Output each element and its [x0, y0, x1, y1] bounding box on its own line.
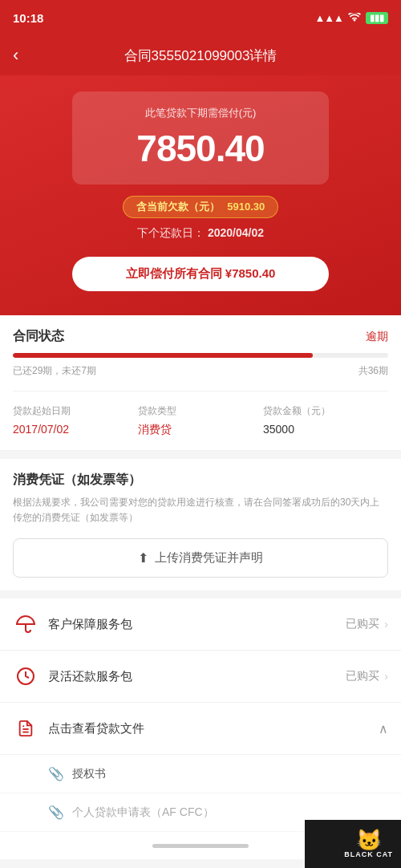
voucher-title: 消费凭证（如发票等）: [13, 472, 388, 489]
paperclip-icon-1: 📎: [48, 766, 64, 781]
loan-start-date-item: 贷款起始日期 2017/07/02: [13, 404, 138, 437]
pay-all-button[interactable]: 立即偿付所有合同 ¥7850.40: [72, 257, 329, 291]
battery-icon: ▮▮▮: [366, 12, 388, 24]
progress-right-label: 共36期: [358, 364, 388, 378]
progress-left-label: 已还29期，未还7期: [13, 364, 96, 378]
docs-label: 点击查看贷款文件: [48, 721, 379, 736]
next-date: 下个还款日： 2020/04/02: [137, 226, 264, 241]
black-cat-watermark: 🐱 BLACK CAT: [305, 820, 401, 868]
loan-type-value: 消费贷: [138, 423, 263, 437]
upload-voucher-button[interactable]: ⬆ 上传消费凭证并声明: [13, 538, 388, 578]
customer-protection-status: 已购买: [346, 617, 379, 631]
amount-value: 7850.40: [104, 127, 297, 170]
watermark-logo: 🐱 BLACK CAT: [344, 829, 393, 858]
docs-section: 点击查看贷款文件 ∧ 📎 授权书 📎 个人贷款申请表（AF CFC）: [0, 703, 401, 832]
divider-2: [0, 590, 401, 598]
doc-item-authorization[interactable]: 📎 授权书: [0, 755, 401, 793]
flexible-repayment-icon: [13, 663, 38, 689]
loan-type-label: 贷款类型: [138, 404, 263, 418]
page-header: ‹ 合同3555021099003详情: [0, 35, 401, 75]
upload-icon: ⬆: [138, 550, 148, 566]
loan-amount-label: 贷款金额（元）: [263, 404, 388, 418]
doc-item-authorization-label: 授权书: [72, 767, 106, 781]
customer-protection-label: 客户保障服务包: [48, 617, 346, 632]
amount-label: 此笔贷款下期需偿付(元): [104, 106, 297, 120]
customer-protection-service-item[interactable]: 客户保障服务包 已购买 ›: [0, 598, 401, 651]
amount-card: 此笔贷款下期需偿付(元) 7850.40: [72, 91, 329, 185]
flexible-repayment-status: 已购买: [346, 669, 379, 683]
wifi-icon: [348, 11, 361, 25]
watermark-text: BLACK CAT: [344, 850, 393, 858]
overdue-value: 5910.30: [227, 201, 265, 213]
status-bar: 10:18 ▲▲▲ ▮▮▮: [0, 0, 401, 35]
loan-type-item: 贷款类型 消费贷: [138, 404, 263, 437]
loan-start-date-value: 2017/07/02: [13, 423, 138, 436]
customer-protection-chevron: ›: [384, 618, 388, 631]
signal-icon: ▲▲▲: [314, 12, 343, 24]
loan-info-row: 贷款起始日期 2017/07/02 贷款类型 消费贷 贷款金额（元） 35000: [0, 391, 401, 451]
voucher-section: 消费凭证（如发票等） 根据法规要求，我公司需要对您的贷款用途进行核查，请在合同签…: [0, 459, 401, 590]
paperclip-icon-2: 📎: [48, 805, 64, 820]
progress-bar-container: [13, 353, 388, 358]
docs-expand-chevron: ∧: [379, 721, 388, 736]
docs-header[interactable]: 点击查看贷款文件 ∧: [0, 703, 401, 755]
contract-status-title: 合同状态: [13, 328, 64, 345]
loan-start-date-label: 贷款起始日期: [13, 404, 138, 418]
status-time: 10:18: [13, 11, 43, 25]
hero-section: 此笔贷款下期需偿付(元) 7850.40 含当前欠款（元） 5910.30 下个…: [0, 75, 401, 315]
overdue-badge: 含当前欠款（元） 5910.30: [123, 196, 279, 218]
loan-amount-item: 贷款金额（元） 35000: [263, 404, 388, 437]
voucher-description: 根据法规要求，我公司需要对您的贷款用途进行核查，请在合同签署成功后的30天内上传…: [13, 495, 388, 525]
progress-labels: 已还29期，未还7期 共36期: [13, 364, 388, 391]
status-icons: ▲▲▲ ▮▮▮: [314, 11, 388, 25]
flexible-repayment-label: 灵活还款服务包: [48, 669, 346, 684]
home-bar: [152, 844, 249, 848]
flexible-repayment-chevron: ›: [384, 670, 388, 683]
flexible-repayment-service-item[interactable]: 灵活还款服务包 已购买 ›: [0, 651, 401, 703]
progress-bar-fill: [13, 353, 313, 358]
overdue-label: 含当前欠款（元）: [136, 201, 220, 213]
upload-label: 上传消费凭证并声明: [155, 550, 263, 566]
cat-icon: 🐱: [356, 829, 382, 850]
divider-1: [0, 451, 401, 459]
page-title: 合同3555021099003详情: [124, 47, 277, 65]
contract-status-section: 合同状态 逾期 已还29期，未还7期 共36期: [0, 315, 401, 391]
umbrella-icon: [13, 611, 38, 637]
loan-amount-value: 35000: [263, 423, 388, 436]
back-button[interactable]: ‹: [13, 45, 18, 66]
doc-item-application-label: 个人贷款申请表（AF CFC）: [72, 805, 214, 820]
docs-icon: [13, 716, 38, 741]
overdue-status-badge: 逾期: [366, 330, 388, 344]
contract-status-header: 合同状态 逾期: [13, 328, 388, 345]
